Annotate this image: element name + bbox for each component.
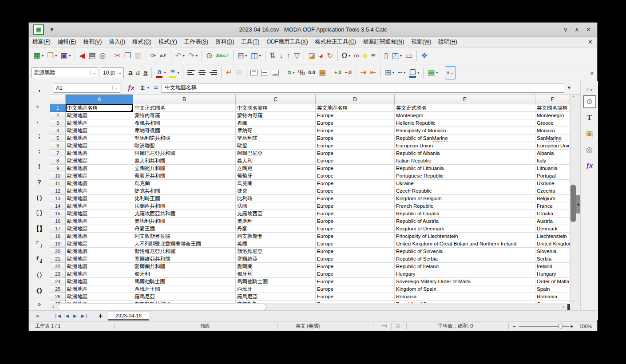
zoom-out-button[interactable]: − [513, 321, 515, 331]
cell-F4[interactable]: Monaco [535, 127, 570, 135]
cell-D14[interactable]: Europe [316, 202, 395, 210]
cell-A22[interactable]: 歐洲地區 [66, 263, 133, 270]
sort-descending-button[interactable]: ↓ [278, 49, 285, 63]
cell-F15[interactable]: Croatia [535, 210, 570, 218]
sort-button[interactable]: ⇅ [268, 49, 277, 63]
document-close-button[interactable]: ✕ [588, 39, 593, 45]
cell-A5[interactable]: 歐洲地區 [66, 135, 133, 142]
column-header-F[interactable]: F [535, 95, 570, 104]
cell-B19[interactable]: 大不列顛暨北愛爾蘭聯合王國 [133, 240, 236, 248]
insert-column-button[interactable]: ◫▾ [250, 49, 262, 63]
cell-A11[interactable]: 歐洲地區 [66, 180, 133, 187]
row-header-17[interactable]: 17 [50, 225, 66, 233]
row-header-20[interactable]: 20 [50, 248, 66, 255]
cell-B14[interactable]: 法蘭西共和國 [133, 202, 236, 210]
date-format-button[interactable]: ▦ [317, 66, 327, 79]
cell-D9[interactable]: Europe [316, 165, 395, 172]
cell-A7[interactable]: 歐洲地區 [66, 150, 133, 157]
merge-cells-button[interactable]: ⊞ [234, 66, 243, 79]
cell-E7[interactable]: Republic of Albania [395, 150, 535, 157]
scroll-left-button[interactable]: ‹ [50, 305, 57, 309]
italic-button[interactable]: a [135, 66, 141, 79]
print-preview-button[interactable]: ◎ [98, 49, 107, 63]
cell-A16[interactable]: 歐洲地區 [66, 218, 133, 225]
row-header-2[interactable]: 2 [50, 112, 66, 119]
cell-C24[interactable]: 馬爾他騎士團 [236, 278, 316, 285]
cut-button[interactable]: ✂ [113, 49, 122, 63]
cell-A17[interactable]: 歐洲地區 [66, 225, 133, 233]
menu-o[interactable]: 格式(O) [129, 37, 155, 47]
sheet-tab-2023-04-16[interactable]: 2023-04-16 [108, 312, 149, 320]
dropdown-arrow-icon[interactable]: ▾ [259, 54, 261, 58]
page-style-status[interactable]: 預設 [200, 321, 210, 331]
cell-F20[interactable]: Slovenia [535, 248, 570, 255]
cell-F3[interactable]: Greece [535, 119, 570, 127]
cell-B21[interactable]: 塞爾維亞共和國 [133, 255, 236, 263]
menu-odfx[interactable]: ODF應用工具(X) [263, 37, 312, 47]
row-header-11[interactable]: 11 [50, 180, 66, 187]
cell-B6[interactable]: 歐洲聯盟 [133, 142, 236, 150]
selection-handle[interactable] [131, 110, 133, 112]
chevron-down-icon[interactable]: ⌄ [116, 71, 122, 75]
dropdown-arrow-icon[interactable]: ▾ [436, 71, 438, 75]
insert-symbol-button[interactable]: 「」 [29, 237, 50, 252]
cell-F23[interactable]: Hungary [535, 270, 570, 278]
cell-D22[interactable]: Europe [316, 263, 395, 270]
cell-C4[interactable]: 摩納哥 [236, 127, 316, 135]
row-header-18[interactable]: 18 [50, 233, 66, 240]
cell-F10[interactable]: Portugal [535, 172, 570, 180]
insert-symbol-button[interactable]: 〈〉 [29, 268, 50, 283]
cell-E19[interactable]: United Kingdom of Great Britain and Nort… [395, 240, 535, 248]
cell-B5[interactable]: 聖馬利諾共和國 [133, 135, 236, 142]
row-header-5[interactable]: 5 [50, 135, 66, 142]
close-button[interactable]: ✕ [586, 26, 591, 33]
menu-v[interactable]: 檢視(V) [80, 37, 106, 47]
cell-E9[interactable]: Republic of Lithuania [395, 165, 535, 172]
cell-C15[interactable]: 克羅埃西亞 [236, 210, 316, 218]
print-area-button[interactable]: ▯ [383, 49, 389, 63]
zoom-level[interactable]: 100% [579, 321, 592, 331]
scroll-right-button[interactable]: › [560, 305, 567, 309]
cell-F6[interactable]: European Union [535, 142, 570, 150]
cell-A25[interactable]: 歐洲地區 [66, 285, 133, 293]
cell-C16[interactable]: 奧地利 [236, 218, 316, 225]
undo-button[interactable]: ↶▾ [174, 49, 186, 63]
cell-D17[interactable]: Europe [316, 225, 395, 233]
previous-sheet-button[interactable]: ◀ [65, 313, 69, 318]
export-pdf-button[interactable]: ◀ [78, 49, 86, 63]
cell-C25[interactable]: 西班牙 [236, 285, 316, 293]
cell-B17[interactable]: 丹麥王國 [133, 225, 236, 233]
zoom-in-button[interactable]: + [570, 321, 573, 331]
split-window-button[interactable]: ▭ [404, 49, 414, 63]
cell-E16[interactable]: Republic of Austria [395, 218, 535, 225]
cell-E25[interactable]: Kingdom of Spain [395, 285, 535, 293]
dropdown-arrow-icon[interactable]: ▾ [42, 54, 44, 58]
autofilter-button[interactable]: ▽ [293, 49, 301, 63]
row-header-21[interactable]: 21 [50, 255, 66, 263]
cell-A8[interactable]: 歐洲地區 [66, 157, 133, 165]
menu-i[interactable]: 插入(I) [105, 37, 129, 47]
horizontal-scroll-thumb[interactable] [58, 304, 266, 310]
currency-format-button[interactable]: ¤▾ [286, 66, 296, 79]
cell-C1[interactable]: 中文國名簡稱 [236, 104, 316, 112]
cell-F12[interactable]: Czechia [535, 187, 570, 195]
cell-F14[interactable]: France [535, 202, 570, 210]
sidebar-tab-gallery[interactable]: ▣ [583, 127, 596, 140]
cell-B22[interactable]: 愛爾蘭共和國 [133, 263, 236, 270]
font-color-button[interactable]: a▾ [155, 66, 167, 79]
cell-E2[interactable]: Montenegro [395, 112, 535, 119]
dropdown-arrow-icon[interactable]: ▾ [69, 54, 71, 58]
expand-formula-bar-button[interactable]: ▼ [567, 85, 572, 90]
print-button[interactable]: ▤ [87, 49, 97, 63]
cell-E22[interactable]: Republic of Ireland [395, 263, 535, 270]
wrap-text-button[interactable]: ↵ [224, 66, 233, 79]
find-replace-button[interactable]: ⊙ [205, 49, 214, 63]
border-color-button[interactable]: ▢▾ [408, 66, 420, 79]
cell-D15[interactable]: Europe [316, 210, 395, 218]
draw-functions-button[interactable]: ❖ [420, 49, 429, 63]
cell-F22[interactable]: Ireland [535, 263, 570, 270]
next-sheet-button[interactable]: ▶ [73, 313, 77, 318]
insert-symbol-button[interactable]: ？ [29, 174, 50, 190]
chevron-down-icon[interactable]: ⌄ [112, 86, 118, 90]
cell-F19[interactable]: United Kingdom [535, 240, 570, 248]
